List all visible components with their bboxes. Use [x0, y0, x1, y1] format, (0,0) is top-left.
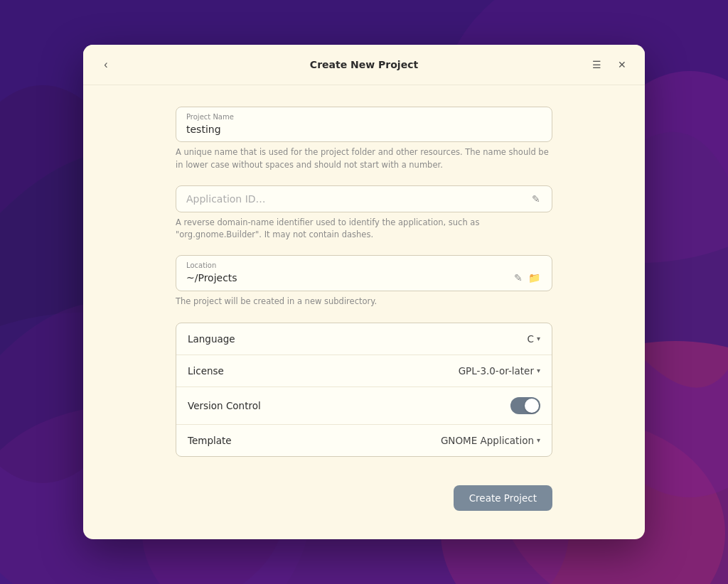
- version-control-label: Version Control: [188, 400, 261, 411]
- location-label: Location: [186, 261, 542, 269]
- close-icon: ✕: [618, 59, 626, 70]
- menu-button[interactable]: ☰: [587, 55, 606, 75]
- location-group: Location ✎ 📁 The project will be created…: [176, 255, 552, 308]
- location-row: ✎ 📁: [186, 271, 542, 285]
- location-input-wrapper: Location ✎ 📁: [176, 255, 552, 291]
- template-dropdown[interactable]: GNOME Application ▾: [441, 435, 540, 446]
- dialog-content: Project Name A unique name that is used …: [83, 85, 645, 485]
- location-edit-button[interactable]: ✎: [513, 271, 524, 285]
- back-button[interactable]: ‹: [96, 55, 116, 75]
- folder-icon: 📁: [528, 272, 540, 283]
- app-id-input[interactable]: [186, 193, 530, 205]
- project-name-help: A unique name that is used for the proje…: [176, 146, 552, 171]
- license-row: License GPL-3.0-or-later ▾: [176, 355, 552, 387]
- app-id-group: ✎ A reverse domain-name identifier used …: [176, 185, 552, 242]
- app-id-input-wrapper: ✎: [176, 185, 552, 212]
- version-control-row: Version Control: [176, 387, 552, 425]
- titlebar-left: ‹: [96, 55, 116, 75]
- menu-icon: ☰: [592, 59, 601, 70]
- toggle-knob: [525, 399, 539, 413]
- location-help: The project will be created in a new sub…: [176, 296, 552, 308]
- location-input[interactable]: [186, 272, 513, 283]
- settings-box: Language C ▾ License GPL-3.0-or-later ▾ …: [176, 323, 552, 457]
- license-dropdown[interactable]: GPL-3.0-or-later ▾: [459, 365, 540, 377]
- project-name-label: Project Name: [186, 113, 542, 121]
- template-value: GNOME Application: [441, 435, 534, 446]
- license-label: License: [188, 365, 224, 377]
- dialog-title: Create New Project: [310, 59, 418, 70]
- template-arrow-icon: ▾: [537, 436, 540, 444]
- edit-icon: ✎: [532, 193, 540, 205]
- version-control-toggle[interactable]: [510, 397, 540, 414]
- dialog-footer: Create Project: [83, 485, 645, 511]
- template-label: Template: [188, 435, 232, 446]
- license-arrow-icon: ▾: [537, 367, 540, 374]
- location-folder-button[interactable]: 📁: [527, 271, 542, 285]
- app-id-row: ✎: [186, 192, 542, 206]
- language-dropdown[interactable]: C ▾: [528, 333, 540, 345]
- app-id-help: A reverse domain-name identifier used to…: [176, 217, 552, 242]
- license-value: GPL-3.0-or-later: [459, 365, 534, 377]
- app-id-edit-button[interactable]: ✎: [530, 192, 542, 206]
- location-edit-icon: ✎: [514, 272, 523, 283]
- create-project-dialog: ‹ Create New Project ☰ ✕ Project Name A …: [83, 45, 645, 539]
- language-value: C: [528, 333, 534, 345]
- titlebar-right: ☰ ✕: [587, 55, 632, 75]
- create-project-button[interactable]: Create Project: [454, 485, 552, 511]
- language-arrow-icon: ▾: [537, 335, 540, 342]
- titlebar: ‹ Create New Project ☰ ✕: [83, 45, 645, 85]
- language-label: Language: [188, 333, 235, 345]
- project-name-input-wrapper: Project Name: [176, 107, 552, 142]
- project-name-group: Project Name A unique name that is used …: [176, 107, 552, 171]
- language-row: Language C ▾: [176, 323, 552, 355]
- location-icons: ✎ 📁: [513, 271, 542, 285]
- project-name-input[interactable]: [186, 124, 542, 135]
- template-row: Template GNOME Application ▾: [176, 425, 552, 456]
- close-button[interactable]: ✕: [612, 55, 632, 75]
